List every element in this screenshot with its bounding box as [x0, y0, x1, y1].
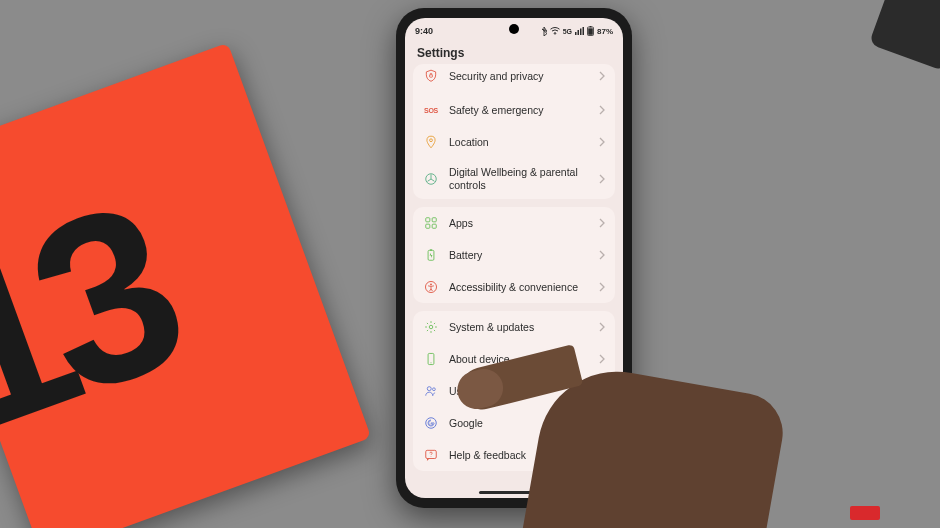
settings-item-label: Help & feedback — [449, 449, 589, 462]
chevron-right-icon — [599, 71, 605, 81]
settings-item-label: Security and privacy — [449, 70, 589, 83]
svg-point-17 — [427, 387, 431, 391]
settings-list[interactable]: Security and privacy SOS Safety & emerge… — [405, 64, 623, 485]
oneplus-13-box-prop: 13 — [0, 43, 371, 528]
watermark-tag — [850, 506, 880, 520]
network-5g-icon: 5G — [563, 28, 572, 35]
chevron-right-icon — [599, 418, 605, 428]
settings-group-apps: Apps Battery Accessibility & convenience — [413, 207, 615, 303]
settings-item-digital-wellbeing[interactable]: Digital Wellbeing & parental controls — [413, 158, 615, 199]
wifi-icon — [550, 27, 560, 35]
settings-item-label: Location — [449, 136, 589, 149]
users-icon — [423, 383, 439, 399]
shield-lock-icon — [423, 68, 439, 84]
settings-item-security-privacy[interactable]: Security and privacy — [413, 64, 615, 94]
battery-icon — [423, 247, 439, 263]
front-camera — [509, 24, 519, 34]
top-right-prop — [869, 0, 940, 71]
settings-item-label: System & updates — [449, 321, 589, 334]
svg-rect-3 — [430, 75, 433, 77]
chevron-right-icon — [599, 174, 605, 184]
chevron-right-icon — [599, 137, 605, 147]
device-icon — [423, 351, 439, 367]
apps-icon — [423, 215, 439, 231]
location-icon — [423, 134, 439, 150]
svg-rect-6 — [426, 218, 430, 222]
chevron-right-icon — [599, 354, 605, 364]
signal-icon — [575, 27, 584, 35]
status-icons: 5G 87% — [541, 26, 613, 36]
chevron-right-icon — [599, 105, 605, 115]
settings-item-label: Safety & emergency — [449, 104, 589, 117]
google-icon — [423, 415, 439, 431]
wellbeing-icon — [423, 171, 439, 187]
chevron-right-icon — [599, 386, 605, 396]
settings-item-label: About device — [449, 353, 589, 366]
settings-group-privacy: Security and privacy SOS Safety & emerge… — [413, 64, 615, 199]
chevron-right-icon — [599, 218, 605, 228]
status-time: 9:40 — [415, 26, 433, 36]
settings-item-location[interactable]: Location — [413, 126, 615, 158]
svg-rect-1 — [589, 26, 591, 27]
battery-percent: 87% — [597, 27, 613, 36]
bluetooth-icon — [541, 27, 547, 36]
page-title: Settings — [405, 40, 623, 64]
settings-item-apps[interactable]: Apps — [413, 207, 615, 239]
settings-item-help-feedback[interactable]: Help & feedback — [413, 439, 615, 471]
svg-rect-11 — [430, 249, 432, 250]
chevron-right-icon — [599, 282, 605, 292]
accessibility-icon — [423, 279, 439, 295]
settings-item-users-accounts[interactable]: Users & accounts — [413, 375, 615, 407]
help-icon — [423, 447, 439, 463]
settings-item-about-device[interactable]: About device — [413, 343, 615, 375]
svg-rect-8 — [426, 224, 430, 228]
settings-item-label: Google — [449, 417, 589, 430]
settings-item-google[interactable]: Google — [413, 407, 615, 439]
settings-item-label: Apps — [449, 217, 589, 230]
battery-status-icon — [587, 26, 594, 36]
svg-point-18 — [433, 388, 436, 391]
svg-rect-7 — [432, 218, 436, 222]
settings-item-accessibility[interactable]: Accessibility & convenience — [413, 271, 615, 303]
settings-item-label: Digital Wellbeing & parental controls — [449, 166, 589, 191]
svg-point-16 — [430, 362, 431, 363]
settings-item-label: Users & accounts — [449, 385, 589, 398]
settings-item-system-updates[interactable]: System & updates — [413, 311, 615, 343]
settings-item-label: Battery — [449, 249, 589, 262]
box-number-13: 13 — [0, 152, 199, 489]
settings-item-battery[interactable]: Battery — [413, 239, 615, 271]
chevron-right-icon — [599, 322, 605, 332]
gear-update-icon — [423, 319, 439, 335]
svg-point-14 — [429, 325, 433, 329]
sos-icon: SOS — [423, 102, 439, 118]
svg-rect-2 — [588, 28, 593, 35]
chevron-right-icon — [599, 250, 605, 260]
settings-item-safety-emergency[interactable]: SOS Safety & emergency — [413, 94, 615, 126]
gesture-nav-bar[interactable] — [479, 491, 549, 494]
svg-point-21 — [431, 456, 432, 457]
svg-point-13 — [430, 284, 432, 286]
settings-group-system: System & updates About device Users & ac… — [413, 311, 615, 471]
phone-screen: 9:40 5G 87% Settings Security and privac… — [405, 18, 623, 498]
settings-item-label: Accessibility & convenience — [449, 281, 589, 294]
phone-frame: 9:40 5G 87% Settings Security and privac… — [396, 8, 632, 508]
svg-point-4 — [430, 139, 433, 142]
svg-rect-9 — [432, 224, 436, 228]
chevron-right-icon — [599, 450, 605, 460]
